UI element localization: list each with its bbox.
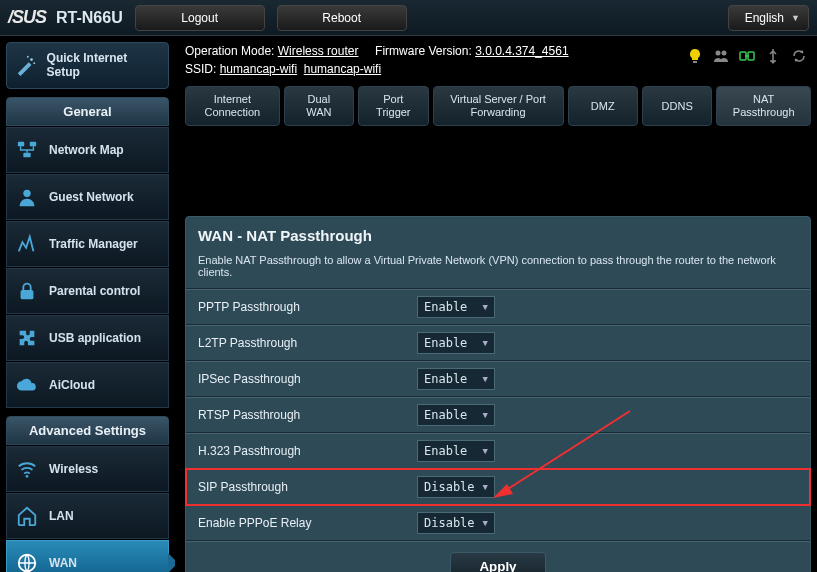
svg-point-11 (716, 51, 721, 56)
svg-rect-5 (23, 153, 30, 158)
select-h323[interactable]: Enable▼ (417, 440, 495, 462)
traffic-icon (15, 232, 39, 256)
label-h323: H.323 Passthrough (186, 436, 411, 466)
topbar: /SUS RT-N66U Logout Reboot English (0, 0, 817, 36)
label-ipsec: IPSec Passthrough (186, 364, 411, 394)
ssid1-link[interactable]: humancap-wifi (220, 62, 297, 76)
reboot-button[interactable]: Reboot (277, 5, 407, 31)
sidebar: Quick Internet Setup General Network Map… (0, 36, 175, 572)
row-ipsec: IPSec Passthrough Enable▼ (186, 361, 810, 397)
users-icon[interactable] (713, 48, 729, 64)
sidebar-item-parental-control[interactable]: Parental control (6, 268, 169, 314)
qis-label: Quick Internet Setup (47, 51, 162, 80)
nav-label: WAN (49, 556, 77, 570)
select-pppoe-relay[interactable]: Disable▼ (417, 512, 495, 534)
nav-label: Guest Network (49, 190, 134, 204)
cloud-icon (15, 373, 39, 397)
fw-link[interactable]: 3.0.0.4.374_4561 (475, 44, 568, 58)
select-pptp[interactable]: Enable▼ (417, 296, 495, 318)
tab-nat-passthrough[interactable]: NAT Passthrough (716, 86, 811, 126)
sidebar-item-aicloud[interactable]: AiCloud (6, 362, 169, 408)
sidebar-item-traffic-manager[interactable]: Traffic Manager (6, 221, 169, 267)
nav-label: USB application (49, 331, 141, 345)
sidebar-item-wireless[interactable]: Wireless (6, 446, 169, 492)
refresh-icon[interactable] (791, 48, 807, 64)
row-pptp: PPTP Passthrough Enable▼ (186, 289, 810, 325)
sidebar-item-usb-application[interactable]: USB application (6, 315, 169, 361)
svg-point-16 (772, 61, 775, 64)
nav-label: AiCloud (49, 378, 95, 392)
svg-point-12 (722, 51, 727, 56)
quick-internet-setup[interactable]: Quick Internet Setup (6, 42, 169, 89)
wand-icon (13, 52, 39, 78)
apply-row: Apply (186, 541, 810, 572)
apply-button[interactable]: Apply (450, 552, 545, 572)
main-content: Operation Mode: Wireless router Firmware… (175, 36, 817, 572)
language-select[interactable]: English (728, 5, 809, 31)
select-l2tp[interactable]: Enable▼ (417, 332, 495, 354)
usb-icon[interactable] (765, 48, 781, 64)
label-pptp: PPTP Passthrough (186, 292, 411, 322)
bulb-icon[interactable] (687, 48, 703, 64)
tab-virtual-server[interactable]: Virtual Server / Port Forwarding (433, 86, 564, 126)
logout-button[interactable]: Logout (135, 5, 265, 31)
select-rtsp[interactable]: Enable▼ (417, 404, 495, 426)
svg-point-8 (26, 475, 29, 478)
nav-label: Traffic Manager (49, 237, 138, 251)
svg-point-0 (30, 59, 33, 62)
model-name: RT-N66U (56, 9, 123, 27)
puzzle-icon (15, 326, 39, 350)
panel-title: WAN - NAT Passthrough (186, 217, 810, 250)
network-map-icon (15, 138, 39, 162)
tab-internet-connection[interactable]: Internet Connection (185, 86, 280, 126)
sidebar-item-lan[interactable]: LAN (6, 493, 169, 539)
wifi-icon (15, 457, 39, 481)
settings-panel: WAN - NAT Passthrough Enable NAT Passthr… (185, 216, 811, 572)
tab-port-trigger[interactable]: Port Trigger (358, 86, 428, 126)
op-mode-link[interactable]: Wireless router (278, 44, 359, 58)
select-sip[interactable]: Disable▼ (417, 476, 495, 498)
svg-point-2 (27, 56, 29, 58)
tab-dual-wan[interactable]: Dual WAN (284, 86, 354, 126)
svg-rect-7 (21, 290, 34, 299)
panel-description: Enable NAT Passthrough to allow a Virtua… (186, 250, 810, 289)
ssid2-link[interactable]: humancap-wifi (304, 62, 381, 76)
guest-icon (15, 185, 39, 209)
brand-logo: /SUS (8, 7, 46, 28)
nav-label: Parental control (49, 284, 140, 298)
svg-rect-3 (18, 142, 24, 147)
sidebar-item-wan[interactable]: WAN (6, 540, 169, 572)
row-sip: SIP Passthrough Disable▼ (186, 469, 810, 505)
tab-bar: Internet Connection Dual WAN Port Trigge… (185, 86, 811, 126)
tab-ddns[interactable]: DDNS (642, 86, 712, 126)
svg-rect-10 (693, 61, 697, 63)
nav-label: Wireless (49, 462, 98, 476)
lock-icon (15, 279, 39, 303)
general-header: General (6, 97, 169, 126)
globe-icon (15, 551, 39, 572)
advanced-header: Advanced Settings (6, 416, 169, 445)
label-rtsp: RTSP Passthrough (186, 400, 411, 430)
label-pppoe-relay: Enable PPPoE Relay (186, 508, 411, 538)
label-sip: SIP Passthrough (186, 472, 411, 502)
tab-dmz[interactable]: DMZ (568, 86, 638, 126)
select-ipsec[interactable]: Enable▼ (417, 368, 495, 390)
row-rtsp: RTSP Passthrough Enable▼ (186, 397, 810, 433)
row-pppoe-relay: Enable PPPoE Relay Disable▼ (186, 505, 810, 541)
label-l2tp: L2TP Passthrough (186, 328, 411, 358)
link-icon[interactable] (739, 48, 755, 64)
sidebar-item-network-map[interactable]: Network Map (6, 127, 169, 173)
language-label: English (745, 11, 784, 25)
nav-label: LAN (49, 509, 74, 523)
sidebar-item-guest-network[interactable]: Guest Network (6, 174, 169, 220)
svg-point-6 (23, 189, 30, 196)
status-icons (687, 48, 811, 64)
svg-rect-4 (30, 142, 36, 147)
row-h323: H.323 Passthrough Enable▼ (186, 433, 810, 469)
row-l2tp: L2TP Passthrough Enable▼ (186, 325, 810, 361)
logo-area: /SUS RT-N66U (8, 7, 123, 28)
svg-point-1 (33, 63, 35, 65)
home-icon (15, 504, 39, 528)
nav-label: Network Map (49, 143, 124, 157)
